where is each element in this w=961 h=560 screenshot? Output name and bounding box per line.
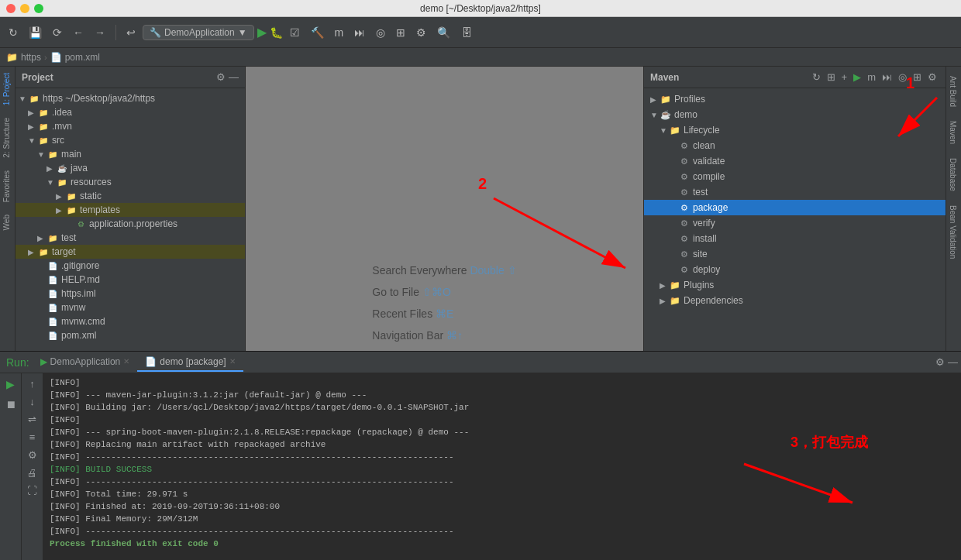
toolbar-undo-btn[interactable]: ↩ [122,24,140,41]
tree-item-src[interactable]: ▼ 📁 src [16,133,245,147]
favorites-tab[interactable]: Favorites [0,164,15,208]
maven-skip-btn[interactable]: ⏭ [880,70,894,84]
tree-item-mvn[interactable]: ▶ 📁 .mvn [16,119,245,133]
tree-item-httpsiml[interactable]: 📄 https.iml [16,287,245,301]
maven-add-btn[interactable]: + [839,70,850,84]
maven-item-dependencies[interactable]: ▶ 📁 Dependencies [644,293,946,308]
web-tab[interactable]: Web [0,208,15,236]
toolbar-grid-btn[interactable]: ⊞ [392,24,409,41]
maven-item-profiles[interactable]: ▶ 📁 Profiles [644,91,946,107]
run-left-up[interactable]: ↑ [28,376,36,391]
tree-item-test[interactable]: ▶ 📁 test [16,231,245,245]
console-output[interactable]: [INFO] [INFO] --- maven-jar-plugin:3.1.2… [43,373,961,560]
maven-item-compile[interactable]: ⚙ compile [644,169,946,184]
tree-item-resources[interactable]: ▼ 📁 resources [16,175,245,189]
bottom-settings-btn[interactable]: ⚙ [935,356,945,368]
toolbar-coverage-btn[interactable]: ☑ [286,24,304,41]
maven-item-install[interactable]: ⚙ install [644,231,946,246]
icon-gitignore: 📄 [46,259,59,272]
minimize-button[interactable] [20,4,29,13]
bottom-tabs-bar: Run: ▶ DemoApplication ✕ 📄 demo [package… [0,352,961,373]
tree-item-static[interactable]: ▶ 📁 static [16,189,245,203]
run-left-filter[interactable]: ≡ [28,430,37,445]
tree-item-mvnw[interactable]: 📄 mvnw [16,301,245,314]
tree-item-idea[interactable]: ▶ 📁 .idea [16,105,245,119]
run-config-selector[interactable]: 🔧 DemoApplication ▼ [143,25,254,40]
maven-grid-btn[interactable]: ⊞ [911,70,924,84]
hint-goto-file: Go to File ⇧⌘O [372,286,450,298]
bottom-minimize-btn[interactable]: — [948,356,958,368]
project-settings-btn[interactable]: ⚙ [216,71,226,83]
title-bar: demo [~/Desktop/java2/https] [0,0,961,17]
breadcrumb-item-0[interactable]: 📁 [6,52,18,63]
tree-item-java[interactable]: ▶ ☕ java [16,161,245,175]
tab-demo-package[interactable]: 📄 demo [package] ✕ [137,353,243,372]
tree-item-mvnwcmd[interactable]: 📄 mvnw.cmd [16,314,245,328]
maven-item-deploy[interactable]: ⚙ deploy [644,262,946,277]
tree-item-pomxml[interactable]: 📄 pom.xml [16,328,245,342]
maven-refresh-btn[interactable]: ↻ [810,70,823,84]
breadcrumb-https[interactable]: https [21,52,41,63]
maven-item-demo[interactable]: ▼ ☕ demo [644,107,946,122]
run-left-print[interactable]: 🖨 [26,466,39,480]
maven-icon-install: ⚙ [678,232,691,245]
run-button[interactable]: ▶ [257,25,267,40]
run-left-wrap[interactable]: ⇌ [26,412,38,427]
maven-run-btn[interactable]: ▶ [851,70,863,84]
maven-collapse-btn[interactable]: ⊞ [825,70,838,84]
run-left-gear[interactable]: ⚙ [26,448,39,462]
toolbar-step-btn[interactable]: ⏭ [350,24,369,41]
toolbar-forward-btn[interactable]: → [91,24,109,41]
maven-item-package[interactable]: ⚙ package [644,200,946,215]
right-tab-bean[interactable]: Bean Validation [946,199,961,265]
maven-item-lifecycle[interactable]: ▼ 📁 Lifecycle [644,122,946,138]
toolbar-back-btn[interactable]: ← [69,24,88,41]
tree-item-templates[interactable]: ▶ 📁 templates [16,203,245,217]
breadcrumb-pom[interactable]: pom.xml [65,52,100,63]
tab-demo-application[interactable]: ▶ DemoApplication ✕ [33,353,138,372]
toolbar-sync-btn[interactable]: ↻ [5,24,22,41]
maximize-button[interactable] [34,4,43,13]
maven-item-site[interactable]: ⚙ site [644,246,946,262]
tab-demo-pkg-close[interactable]: ✕ [229,357,236,366]
maven-m-btn[interactable]: m [865,70,878,84]
tab-demo-app-close[interactable]: ✕ [123,357,129,366]
right-tab-ant[interactable]: Ant Build [946,70,961,113]
maven-item-validate[interactable]: ⚙ validate [644,153,946,169]
tree-item-main[interactable]: ▼ 📁 main [16,147,245,161]
tree-item-target[interactable]: ▶ 📁 target [16,245,245,259]
maven-settings-btn[interactable]: ⚙ [925,70,939,84]
toolbar-profile-btn[interactable]: ◎ [372,24,389,41]
toolbar-refresh-btn[interactable]: ⟳ [49,24,66,41]
tree-item-https[interactable]: ▼ 📁 https ~/Desktop/java2/https [16,91,245,105]
toolbar-terminal-btn[interactable]: ⚙ [412,24,430,41]
structure-tab[interactable]: 2: Structure [0,112,15,164]
tree-item-gitignore[interactable]: 📄 .gitignore [16,259,245,273]
close-button[interactable] [6,4,16,13]
right-tab-db[interactable]: Database [946,152,961,198]
toolbar: ↻ 💾 ⟳ ← → ↩ 🔧 DemoApplication ▼ ▶ 🐛 ☑ 🔨 … [0,17,961,48]
run-sidebar-stop[interactable]: ⏹ [4,397,18,412]
maven-icon-verify: ⚙ [678,217,691,229]
tree-item-helpmd[interactable]: 📄 HELP.md [16,273,245,287]
debug-button[interactable]: 🐛 [270,26,283,39]
window-controls[interactable] [6,4,43,13]
run-left-down[interactable]: ↓ [28,394,36,409]
toolbar-save-btn[interactable]: 💾 [25,24,46,41]
maven-item-clean[interactable]: ⚙ clean [644,138,946,153]
maven-item-verify[interactable]: ⚙ verify [644,215,946,231]
run-sidebar-play[interactable]: ▶ [5,376,16,392]
run-left-expand[interactable]: ⛶ [26,483,39,498]
project-collapse-btn[interactable]: — [229,71,239,83]
maven-item-plugins[interactable]: ▶ 📁 Plugins [644,277,946,293]
tree-item-appprops[interactable]: ⚙ application.properties [16,217,245,231]
project-tab[interactable]: 1: Project [0,67,15,112]
toolbar-m-btn[interactable]: m [331,24,348,41]
toolbar-search-btn[interactable]: 🔍 [433,24,454,41]
maven-toggle-btn[interactable]: ◎ [896,70,909,84]
maven-item-test[interactable]: ⚙ test [644,184,946,200]
right-tab-maven[interactable]: Maven [946,115,961,150]
toolbar-build-btn[interactable]: 🔨 [307,24,328,41]
shortcut-nav: ⌘↑ [446,329,463,342]
toolbar-db-btn[interactable]: 🗄 [457,24,476,41]
